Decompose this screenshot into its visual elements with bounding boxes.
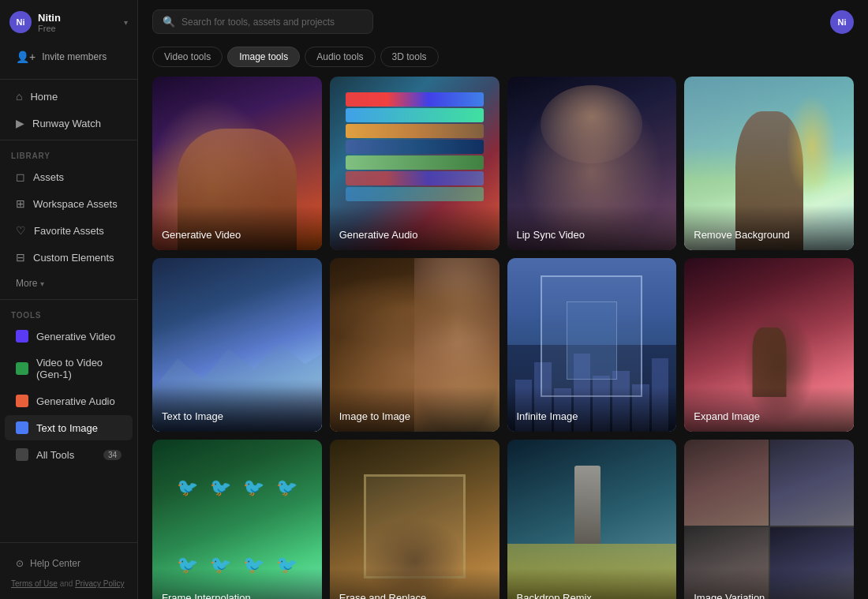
- sidebar-item-text-to-image[interactable]: Text to Image: [5, 415, 133, 440]
- image-icon: [16, 421, 28, 434]
- assets-icon: ◻: [16, 170, 25, 183]
- tool-card-label: Frame Interpolation: [152, 568, 322, 599]
- legal-links: Terms of Use and Privacy Policy: [0, 576, 137, 591]
- video-icon: [16, 330, 28, 343]
- tab-image-tools[interactable]: Image tools: [227, 47, 300, 67]
- chevron-down-icon: ▾: [124, 18, 128, 27]
- help-center-button[interactable]: ⊙ Help Center: [5, 552, 133, 575]
- tools-section-label: TOOLS: [0, 303, 137, 323]
- tool-card-infinite-image[interactable]: Infinite Image: [507, 258, 677, 432]
- all-tools-badge: 34: [103, 450, 122, 460]
- tool-card-label: Erase and Replace: [330, 568, 499, 599]
- filter-tabs: Video tools Image tools Audio tools 3D t…: [138, 43, 868, 77]
- sidebar-item-runway-watch[interactable]: ▶ Runway Watch: [5, 110, 133, 136]
- tool-card-label: Generative Video: [152, 205, 322, 250]
- tool-card-label: Generative Audio: [330, 205, 499, 250]
- divider: [0, 299, 137, 300]
- tools-grid: Generative Video Generative Audio: [138, 77, 868, 599]
- tool-card-lip-sync-video[interactable]: Lip Sync Video: [507, 77, 677, 250]
- tool-card-backdrop-remix[interactable]: Backdrop Remix: [507, 440, 677, 599]
- invite-members-label: Invite members: [42, 51, 107, 62]
- convert-icon: [16, 362, 28, 375]
- grid-icon: [16, 448, 28, 461]
- main-content: 🔍 Search for tools, assets and projects …: [138, 0, 868, 599]
- user-plus-icon: 👤+: [16, 51, 36, 63]
- tool-card-expand-image[interactable]: Expand Image: [684, 258, 854, 432]
- tool-card-image-to-image[interactable]: Image to Image: [330, 258, 499, 432]
- sidebar-item-home[interactable]: ⌂ Home: [5, 84, 133, 109]
- home-icon: ⌂: [16, 90, 22, 103]
- tool-card-label: Remove Background: [684, 205, 854, 250]
- help-icon: ⊙: [16, 558, 24, 569]
- sidebar-item-video-to-video[interactable]: Video to Video (Gen-1): [5, 350, 133, 387]
- sidebar-item-workspace-assets[interactable]: ⊞ Workspace Assets: [5, 191, 133, 216]
- tool-card-label: Image to Image: [330, 387, 499, 432]
- sidebar-item-favorite-assets[interactable]: ♡ Favorite Assets: [5, 218, 133, 243]
- sidebar-item-label: Custom Elements: [33, 252, 114, 264]
- sidebar-item-label: Runway Watch: [32, 118, 101, 129]
- sidebar-item-label: Generative Video: [36, 331, 115, 343]
- sidebar: Ni Nitin Free ▾ 👤+ Invite members ⌂ Home…: [0, 0, 138, 599]
- sidebar-item-custom-elements[interactable]: ⊟ Custom Elements: [5, 245, 133, 270]
- sidebar-item-assets[interactable]: ◻ Assets: [5, 164, 133, 189]
- tool-card-label: Infinite Image: [507, 387, 677, 432]
- heart-icon: ♡: [16, 224, 26, 237]
- divider: [0, 140, 137, 140]
- sidebar-bottom: ⊙ Help Center Terms of Use and Privacy P…: [0, 542, 137, 599]
- terms-link[interactable]: Terms of Use: [11, 579, 58, 588]
- sidebar-user-plan: Free: [38, 24, 118, 33]
- divider: [0, 79, 137, 80]
- tool-card-generative-video[interactable]: Generative Video: [152, 77, 322, 250]
- user-avatar-top[interactable]: Ni: [830, 10, 854, 34]
- tool-card-erase-and-replace[interactable]: Erase and Replace: [330, 440, 499, 599]
- sidebar-item-label: Favorite Assets: [34, 225, 104, 237]
- tab-video-tools[interactable]: Video tools: [152, 47, 223, 67]
- elements-icon: ⊟: [16, 251, 25, 264]
- tool-card-image-variation[interactable]: Image Variation: [684, 440, 854, 599]
- sidebar-user-name: Nitin: [38, 12, 118, 24]
- tool-card-label: Lip Sync Video: [507, 205, 677, 250]
- sidebar-item-label: All Tools: [36, 449, 74, 461]
- privacy-link[interactable]: Privacy Policy: [75, 579, 124, 588]
- tool-card-label: Backdrop Remix: [507, 568, 677, 599]
- sidebar-item-label: Assets: [33, 171, 64, 183]
- more-button[interactable]: More ▾: [5, 271, 133, 295]
- header: 🔍 Search for tools, assets and projects …: [138, 0, 868, 43]
- help-label: Help Center: [30, 558, 80, 569]
- tool-card-text-to-image[interactable]: Text to Image: [152, 258, 322, 432]
- tv-icon: ▶: [16, 117, 24, 129]
- tool-card-generative-audio[interactable]: Generative Audio: [330, 77, 499, 250]
- tool-card-label: Expand Image: [684, 387, 854, 432]
- sidebar-item-all-tools[interactable]: All Tools 34: [5, 442, 133, 467]
- tab-audio-tools[interactable]: Audio tools: [305, 47, 375, 67]
- sidebar-item-label: Workspace Assets: [33, 198, 118, 210]
- sidebar-item-generative-video[interactable]: Generative Video: [5, 324, 133, 349]
- user-menu[interactable]: Ni Nitin Free ▾: [0, 0, 137, 44]
- search-placeholder: Search for tools, assets and projects: [181, 17, 335, 28]
- chevron-down-icon: ▾: [40, 279, 44, 288]
- library-section-label: LIBRARY: [0, 144, 137, 163]
- tab-3d-tools[interactable]: 3D tools: [380, 47, 439, 67]
- audio-icon: [16, 395, 28, 407]
- invite-members-button[interactable]: 👤+ Invite members: [6, 44, 131, 69]
- sidebar-item-label: Text to Image: [36, 422, 98, 434]
- workspace-icon: ⊞: [16, 197, 25, 210]
- sidebar-item-generative-audio[interactable]: Generative Audio: [5, 388, 133, 414]
- search-bar[interactable]: 🔍 Search for tools, assets and projects: [152, 9, 373, 34]
- tool-card-label: Text to Image: [152, 387, 322, 432]
- search-icon: 🔍: [163, 16, 175, 28]
- tool-card-label: Image Variation: [684, 568, 854, 599]
- sidebar-avatar: Ni: [9, 11, 32, 33]
- more-label: More: [16, 278, 37, 289]
- tool-card-frame-interpolation[interactable]: 🐦 🐦 🐦 🐦 🐦 🐦 🐦 🐦 Frame Interpolation: [152, 440, 322, 599]
- tool-card-remove-background[interactable]: Remove Background: [684, 77, 854, 250]
- sidebar-item-label: Generative Audio: [36, 395, 115, 407]
- sidebar-item-label: Home: [30, 91, 58, 103]
- sidebar-item-label: Video to Video (Gen-1): [36, 357, 122, 380]
